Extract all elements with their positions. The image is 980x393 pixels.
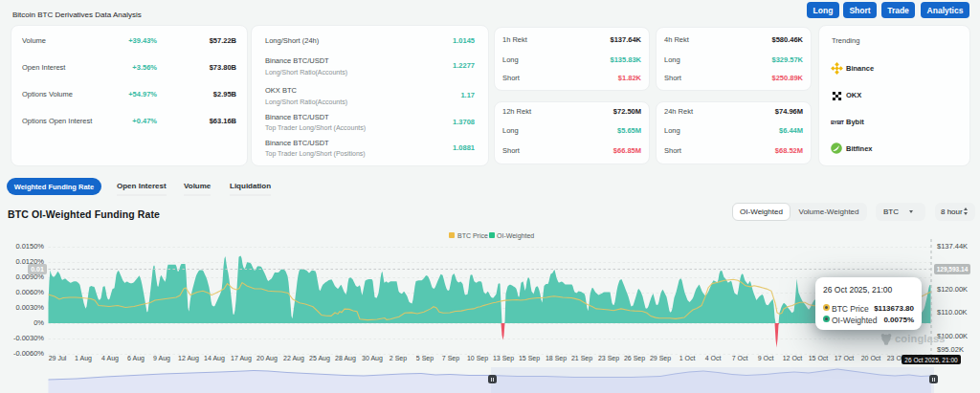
svg-text:BYBIT: BYBIT — [831, 120, 844, 125]
